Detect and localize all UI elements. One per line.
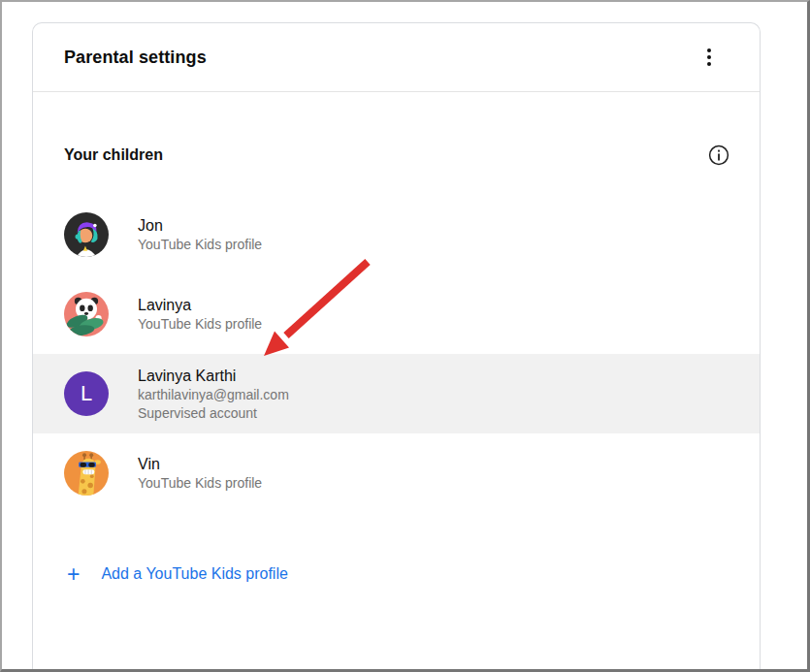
children-list: Jon YouTube Kids profile (33, 195, 760, 513)
child-subtitle: YouTube Kids profile (138, 474, 262, 493)
kebab-menu-icon (707, 48, 711, 52)
plus-icon: + (67, 563, 80, 586)
child-subtitle: YouTube Kids profile (138, 315, 262, 334)
child-name: Lavinya (138, 295, 262, 315)
giraffe-avatar (64, 451, 109, 496)
panda-avatar (64, 292, 109, 336)
header-divider (33, 91, 760, 92)
screenshot-frame: Parental settings Your children (0, 0, 810, 672)
child-row-vin[interactable]: Vin YouTube Kids profile (33, 433, 760, 513)
more-options-button[interactable] (697, 46, 721, 69)
kid-character-avatar (64, 212, 109, 257)
child-email: karthilavinya@gmail.com (138, 386, 289, 404)
add-kids-profile-button[interactable]: + Add a YouTube Kids profile (33, 551, 760, 597)
add-kids-profile-label: Add a YouTube Kids profile (101, 565, 287, 583)
avatar-letter: L (81, 381, 92, 406)
card-header: Parental settings (33, 23, 760, 91)
page-title: Parental settings (64, 48, 697, 68)
child-row-lavinya[interactable]: Lavinya YouTube Kids profile (33, 274, 760, 354)
child-account-type: Supervised account (138, 404, 289, 423)
child-name: Lavinya Karthi (138, 366, 289, 386)
child-name: Jon (138, 215, 262, 236)
letter-avatar: L (64, 371, 109, 416)
parental-settings-card: Parental settings Your children (32, 22, 761, 669)
child-meta: Jon YouTube Kids profile (138, 215, 262, 254)
child-subtitle: YouTube Kids profile (138, 236, 262, 254)
child-meta: Lavinya YouTube Kids profile (138, 295, 262, 334)
child-row-jon[interactable]: Jon YouTube Kids profile (33, 195, 760, 274)
section-header: Your children (33, 144, 760, 167)
child-meta: Lavinya Karthi karthilavinya@gmail.com S… (138, 366, 289, 423)
info-icon[interactable] (707, 144, 730, 167)
child-name: Vin (138, 454, 262, 474)
section-heading: Your children (64, 146, 707, 164)
child-meta: Vin YouTube Kids profile (138, 454, 262, 493)
child-row-lavinya-karthi[interactable]: L Lavinya Karthi karthilavinya@gmail.com… (33, 354, 760, 433)
